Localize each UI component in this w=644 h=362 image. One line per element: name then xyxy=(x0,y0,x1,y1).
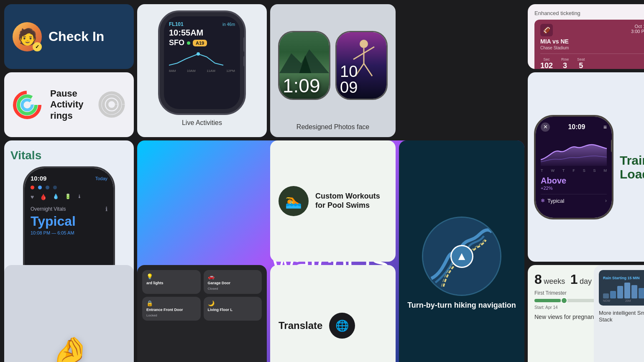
garage-icon: 🚗 xyxy=(208,273,215,280)
svg-point-9 xyxy=(360,40,368,48)
training-chart xyxy=(541,137,607,166)
training-days: TWTFSSM xyxy=(541,168,607,173)
activity-rings-icon xyxy=(13,90,42,120)
widget-floor: 🌙 Living Floor L xyxy=(204,297,262,321)
workouts-title: Custom Workouts for Pool Swims xyxy=(315,192,387,210)
smartstack-chart xyxy=(603,283,644,298)
ticket-venue: Chase Stadium xyxy=(540,46,644,50)
svg-point-2 xyxy=(22,100,32,110)
ticket-row: Row 3 xyxy=(561,57,569,69)
photo-watch-1-time: 1:09 xyxy=(283,76,326,95)
live-watch: FL101 in 46m 10:55AM SFO A19 8AM10AM11A xyxy=(158,10,246,115)
training-watch: ✕ 10:09 ≡ xyxy=(534,115,613,219)
pause-rings-icon xyxy=(98,91,125,118)
ticket-seat-val: 5 xyxy=(579,61,583,69)
activity-text: Pause Activity rings xyxy=(50,88,90,121)
doubletap-tile: 🤌 Double tap API xyxy=(4,265,134,362)
flight-graph xyxy=(169,51,235,67)
ticket-row-val: 3 xyxy=(563,61,567,69)
flight-time: 10:55AM xyxy=(169,28,235,38)
training-pct: +22% xyxy=(541,186,607,191)
svg-point-6 xyxy=(197,52,200,56)
ticket-row-label: Row xyxy=(561,57,569,61)
training-close-btn: ✕ xyxy=(541,122,550,132)
svg-line-14 xyxy=(364,64,372,76)
flight-arrive: in 46m xyxy=(222,22,235,27)
training-time: 10:09 xyxy=(568,123,585,131)
ticket-seats: Sec 102 Row 3 Seat 5 xyxy=(540,54,644,69)
photos-face-label: Redesigned Photos face xyxy=(296,123,369,131)
training-above: Above xyxy=(541,176,607,186)
ticketing-tile: Enhanced ticketing 🏈 Oct 19 3:00 PM MIA … xyxy=(528,4,644,69)
svg-point-5 xyxy=(107,100,116,109)
vitals-label: Vitals xyxy=(10,149,41,162)
avatar-emoji: 🧑 xyxy=(18,28,37,46)
garage-status: Closed xyxy=(208,287,258,291)
smartstack-times: NOW20M40M xyxy=(603,299,644,302)
ticket-sec-label: Sec xyxy=(543,57,550,61)
training-tile: ✕ 10:09 ≡ xyxy=(528,72,644,262)
flight-times: 8AM10AM11AM12PM xyxy=(169,69,235,73)
ticketing-header: Enhanced ticketing xyxy=(534,10,644,16)
smartstack-label: More intelligent Smart Stack xyxy=(599,310,644,323)
widgets-row-2: 🔒 Entrance Front Door Locked 🌙 Living Fl… xyxy=(142,297,262,321)
workouts-icon: 🏊 xyxy=(279,186,309,216)
ticket-seat-label: Seat xyxy=(577,57,585,61)
vitals-status: Typical xyxy=(31,214,107,229)
smartstack-card: Rain Starting 15 MIN NOW20M40M xyxy=(599,270,644,306)
training-menu-icon: ≡ xyxy=(603,124,607,130)
nav-icon: ▲ xyxy=(450,245,473,268)
widget-lights: 💡 ard lights xyxy=(142,270,201,294)
garage-title: Garage Door xyxy=(208,281,258,286)
mountain-svg xyxy=(279,41,329,74)
checkin-avatar: 🧑 xyxy=(13,22,42,51)
training-label: Training Load xyxy=(620,153,644,181)
svg-line-11 xyxy=(353,53,364,59)
training-typical-row: ❄ Typical › xyxy=(541,194,607,204)
vitals-dots xyxy=(31,186,107,189)
activity-tile: Pause Activity rings xyxy=(4,72,134,137)
flight-city: SFO xyxy=(169,38,184,47)
lights-title: ard lights xyxy=(146,281,197,286)
vitals-heading: Overnight Vitals xyxy=(31,206,66,212)
training-screen: ✕ 10:09 ≡ xyxy=(536,117,612,218)
door-status: Locked xyxy=(146,314,197,317)
ticket-card: 🏈 Oct 19 3:00 PM MIA vs NE Chase Stadium… xyxy=(534,20,644,69)
live-activities-label: Live Activities xyxy=(182,119,222,127)
hiking-text: Turn-by-turn hiking navigation xyxy=(407,301,516,310)
workouts-tile: 🏊 Custom Workouts for Pool Swims xyxy=(270,140,396,262)
pregnancy-days-num: 1 xyxy=(570,272,578,287)
ticket-sec-val: 102 xyxy=(540,61,553,69)
smartstack-title: Rain Starting 15 MIN xyxy=(603,276,640,280)
door-icon: 🔒 xyxy=(146,300,153,306)
ticket-date: Oct 19 xyxy=(631,24,644,29)
widget-door: 🔒 Entrance Front Door Locked xyxy=(142,297,201,321)
hiking-map: ▲ xyxy=(422,217,501,296)
floor-icon: 🌙 xyxy=(208,300,215,306)
vitals-date: Today xyxy=(95,176,107,181)
vitals-time: 10:09 xyxy=(31,175,46,182)
vitals-time-range: 10:08 PM — 6:05 AM xyxy=(31,230,107,235)
doubletap-hand-emoji: 🤌 xyxy=(48,334,90,362)
gate-badge: A19 xyxy=(193,40,207,46)
ticket-seat: Seat 5 xyxy=(577,57,585,69)
pregnancy-dot xyxy=(561,297,567,304)
pregnancy-weeks-label: weeks xyxy=(544,277,565,286)
translate-icon: 🌐 xyxy=(329,313,355,339)
pregnancy-start: Start: Apr 14 xyxy=(534,305,558,310)
smartstack-tile: Rain Starting 15 MIN NOW20M40M More inte… xyxy=(594,265,644,362)
ticket-teams: MIA vs NE xyxy=(540,38,644,45)
photos-watches: 1:09 1009 xyxy=(278,10,388,120)
hiking-tile: ▲ Turn-by-turn hiking navigation xyxy=(399,140,524,362)
widget-garage: 🚗 Garage Door Closed xyxy=(204,270,262,294)
ticket-time: 3:00 PM xyxy=(631,29,644,34)
pregnancy-weeks-num: 8 xyxy=(534,272,542,287)
main-grid: 🧑 Check In Pause Activity rings FL101 xyxy=(0,0,644,362)
flight-number: FL101 xyxy=(169,21,184,27)
widgets-row-1: 💡 ard lights 🚗 Garage Door Closed xyxy=(142,270,262,294)
ticket-logo: 🏈 xyxy=(540,24,553,36)
flight-status-dot xyxy=(187,41,190,45)
ticket-date-block: Oct 19 3:00 PM xyxy=(631,24,644,34)
floor-title: Living Floor L xyxy=(208,308,258,312)
photo-watch-1: 1:09 xyxy=(278,31,330,100)
